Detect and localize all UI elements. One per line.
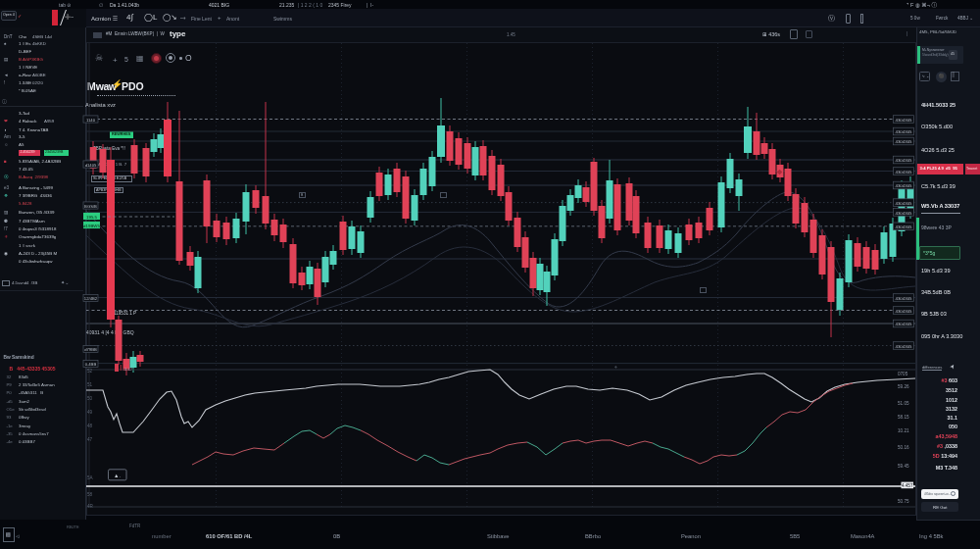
svg-text:47: 47 — [87, 437, 93, 442]
svg-text:5A: 5A — [87, 475, 94, 480]
svg-text:58.15: 58.15 — [898, 415, 909, 420]
svg-text:51.05: 51.05 — [898, 401, 909, 406]
svg-text:49: 49 — [87, 410, 93, 415]
svg-text:4R: 4R — [87, 504, 94, 509]
svg-text:59.26: 59.26 — [898, 384, 909, 389]
svg-text:1140: 1140 — [86, 118, 96, 123]
svg-text:195.5: 195.5 — [86, 215, 98, 220]
svg-text:1 C!: 1 C! — [124, 367, 132, 372]
svg-text:4304305: 4304305 — [895, 344, 912, 349]
svg-text:d1405: d1405 — [85, 163, 97, 168]
svg-text:BGS/B: BGS/B — [84, 204, 97, 209]
svg-text:51: 51 — [87, 382, 93, 387]
svg-text:0.4BB: 0.4BB — [85, 362, 97, 367]
svg-text:4.457: 4.457 — [902, 483, 913, 488]
svg-text:▲.: ▲. — [114, 473, 121, 478]
svg-text:50.16: 50.16 — [898, 445, 909, 450]
svg-text:0705: 0705 — [898, 372, 908, 376]
svg-text:d79BB: d79BB — [84, 347, 97, 352]
svg-text:4304305: 4304305 — [895, 225, 912, 229]
svg-text:58: 58 — [87, 492, 93, 497]
svg-text:4304305: 4304305 — [895, 129, 912, 134]
svg-text:4304305: 4304305 — [895, 211, 912, 216]
svg-text:12/4B2: 12/4B2 — [84, 296, 98, 301]
svg-text:4304305: 4304305 — [895, 158, 912, 163]
svg-text:50.75: 50.75 — [898, 499, 909, 504]
svg-text:50: 50 — [87, 396, 93, 401]
svg-text:d19BW5: d19BW5 — [83, 224, 100, 228]
svg-text:59.45: 59.45 — [898, 464, 909, 469]
svg-text:4304305: 4304305 — [895, 139, 912, 144]
svg-text:4304305: 4304305 — [895, 309, 912, 314]
svg-text:4304305: 4304305 — [895, 170, 912, 175]
svg-text:4304305: 4304305 — [895, 183, 912, 188]
svg-text:52: 52 — [87, 369, 93, 374]
svg-text:4304305: 4304305 — [895, 201, 912, 206]
svg-text:10.21: 10.21 — [898, 428, 909, 433]
svg-text:48: 48 — [87, 424, 93, 428]
svg-text:4304305: 4304305 — [895, 322, 912, 326]
svg-text:4304305: 4304305 — [895, 296, 912, 301]
svg-text:4304305: 4304305 — [895, 118, 912, 123]
